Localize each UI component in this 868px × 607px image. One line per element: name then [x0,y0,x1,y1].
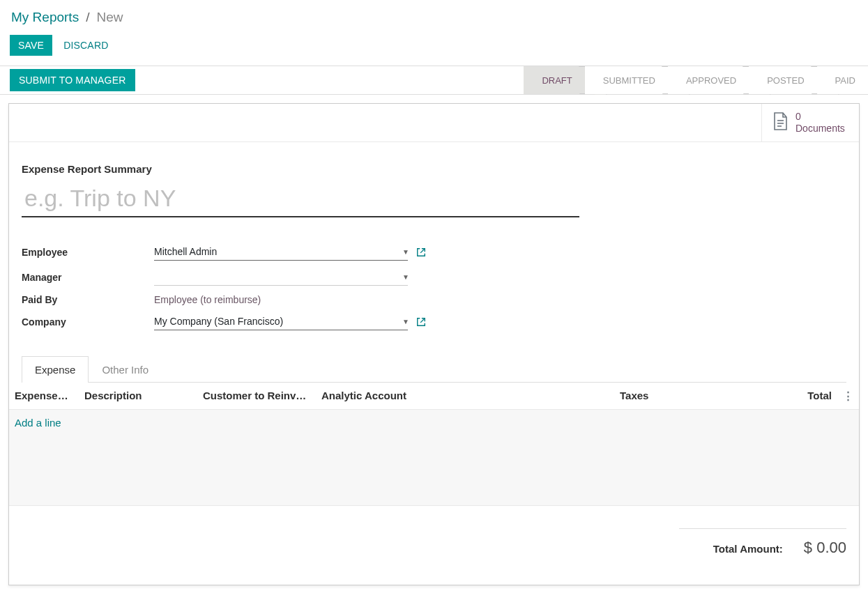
company-external-link-icon[interactable] [416,317,426,327]
stage-draft[interactable]: DRAFT [524,66,584,94]
breadcrumb-current: New [96,10,123,25]
col-customer[interactable]: Customer to Reinv… [197,383,316,410]
employee-label: Employee [22,247,154,258]
tab-expense[interactable]: Expense [22,356,89,383]
tab-bar: Expense Other Info [22,355,846,383]
documents-label: Documents [795,123,845,134]
col-total[interactable]: Total [754,383,837,410]
total-amount-value: $ 0.00 [804,539,846,557]
stage-flow: DRAFT SUBMITTED APPROVED POSTED PAID [524,66,868,94]
breadcrumb-root-link[interactable]: My Reports [11,10,79,25]
stage-posted[interactable]: POSTED [749,66,816,94]
column-options-icon[interactable]: ⋮ [837,383,859,410]
form-sheet: 0 Documents Expense Report Summary Emplo… [8,103,860,585]
col-taxes[interactable]: Taxes [614,383,754,410]
col-description[interactable]: Description [79,383,197,410]
expense-table: Expense… Description Customer to Reinv… … [9,383,859,506]
employee-external-link-icon[interactable] [416,247,426,257]
save-button[interactable]: SAVE [10,35,52,56]
breadcrumb: My Reports / New [0,0,868,35]
paid-by-value: Employee (to reimburse) [154,294,261,305]
tab-other-info[interactable]: Other Info [89,356,162,383]
add-line-link[interactable]: Add a line [15,417,61,429]
document-icon [772,112,789,133]
report-title-input[interactable] [22,180,579,217]
col-expense-date[interactable]: Expense… [9,383,79,410]
documents-stat-text: 0 Documents [795,111,845,135]
documents-count: 0 [795,111,801,122]
summary-label: Expense Report Summary [22,163,846,175]
company-select[interactable] [154,314,408,330]
button-box: 0 Documents [9,104,859,142]
discard-button[interactable]: DISCARD [63,40,108,51]
stage-submitted[interactable]: SUBMITTED [585,66,668,94]
submit-to-manager-button[interactable]: SUBMIT TO MANAGER [10,69,135,91]
fields-group: Employee ▼ Manager ▼ Paid By Employee ( [22,244,846,330]
manager-label: Manager [22,272,154,283]
breadcrumb-separator: / [86,10,89,25]
stage-paid[interactable]: PAID [817,66,868,94]
stage-approved[interactable]: APPROVED [668,66,749,94]
company-label: Company [22,316,154,328]
status-bar: SUBMIT TO MANAGER DRAFT SUBMITTED APPROV… [0,66,868,95]
paid-by-label: Paid By [22,294,154,305]
manager-select[interactable] [154,269,408,286]
employee-select[interactable] [154,244,408,261]
documents-stat-button[interactable]: 0 Documents [761,104,859,141]
action-row: SAVE DISCARD [0,35,868,66]
total-amount-label: Total Amount: [713,543,783,555]
totals-section: Total Amount: $ 0.00 [9,506,859,557]
col-analytic[interactable]: Analytic Account [316,383,614,410]
